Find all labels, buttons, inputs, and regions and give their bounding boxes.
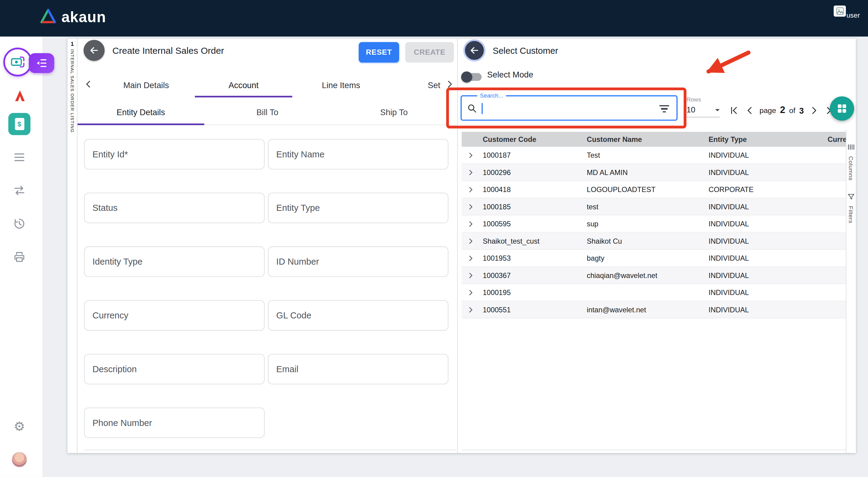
- cell-code: 1001953: [483, 254, 587, 262]
- input-id-number[interactable]: ID Number: [268, 246, 448, 277]
- customer-row-1000185[interactable]: 1000185testINDIVIDUAL: [462, 199, 846, 216]
- user-avatar[interactable]: [11, 452, 27, 467]
- tabs-scroll-left-icon[interactable]: [82, 78, 95, 91]
- money-transfer-icon[interactable]: [3, 48, 32, 77]
- brand-name: akaun: [61, 8, 106, 26]
- entity-details-form: Entity Id*Entity NameStatusEntity TypeId…: [84, 139, 448, 438]
- cell-code: 1000418: [483, 185, 587, 193]
- filters-tab[interactable]: Filters: [848, 206, 854, 223]
- user-image-alt-text[interactable]: user: [846, 11, 860, 20]
- tab-account[interactable]: Account: [195, 72, 292, 97]
- input-description[interactable]: Description: [84, 354, 265, 384]
- tab-settle[interactable]: Settle: [390, 72, 441, 97]
- subtab-bill-to[interactable]: Bill To: [204, 100, 331, 125]
- back-button[interactable]: [84, 40, 104, 61]
- text-cursor: [482, 103, 483, 114]
- search-filter-icon[interactable]: [659, 105, 670, 114]
- history-icon[interactable]: [13, 217, 26, 230]
- pagination: page 2 of 3: [727, 104, 836, 116]
- panel-divider: [457, 39, 458, 453]
- subtab-ship-to[interactable]: Ship To: [331, 100, 457, 125]
- reset-button[interactable]: RESET: [359, 42, 399, 63]
- prev-page-button[interactable]: [743, 104, 756, 116]
- collapse-menu-button[interactable]: [29, 53, 54, 73]
- customer-row-1000367[interactable]: 1000367chiaqian@wavelet.netINDIVIDUAL: [462, 267, 846, 285]
- cell-type: INDIVIDUAL: [709, 271, 828, 279]
- row-expand-icon[interactable]: [462, 255, 483, 262]
- columns-icon[interactable]: [848, 143, 855, 153]
- column-header-customer-name[interactable]: Customer Name: [587, 135, 709, 143]
- customer-row-1001953[interactable]: 1001953bagtyINDIVIDUAL: [462, 250, 846, 267]
- chevron-down-icon: [715, 109, 720, 113]
- input-entity-type[interactable]: Entity Type: [268, 192, 448, 223]
- of-word: of: [789, 106, 796, 114]
- grid-view-button[interactable]: [830, 96, 854, 121]
- tab-main-details[interactable]: Main Details: [97, 72, 195, 97]
- row-expand-icon[interactable]: [462, 186, 483, 193]
- search-input[interactable]: Search...: [460, 95, 677, 121]
- panel-title: Select Customer: [493, 46, 558, 56]
- cell-name: bagty: [587, 254, 709, 262]
- customer-row-1000296[interactable]: 1000296MD AL AMININDIVIDUAL: [462, 164, 846, 181]
- row-expand-icon[interactable]: [462, 220, 483, 228]
- transfer-arrows-icon[interactable]: [13, 184, 26, 197]
- cell-code: 1000195: [483, 288, 587, 297]
- billing-doc-icon[interactable]: $: [8, 113, 30, 135]
- dollar-doc-glyph: $: [14, 118, 24, 130]
- filters-icon[interactable]: [848, 193, 855, 203]
- table-body: 1000187TestINDIVIDUAL1000296MD AL AMININ…: [462, 147, 846, 319]
- select-mode-toggle[interactable]: [463, 73, 482, 81]
- input-gl-code[interactable]: GL Code: [268, 300, 448, 331]
- input-status[interactable]: Status: [84, 192, 265, 223]
- customer-row-1000187[interactable]: 1000187TestINDIVIDUAL: [462, 147, 846, 164]
- list-icon[interactable]: [13, 151, 26, 164]
- row-expand-icon[interactable]: [462, 152, 483, 159]
- broken-image-icon[interactable]: [834, 5, 846, 17]
- subtab-entity-details[interactable]: Entity Details: [78, 100, 204, 125]
- app-root: akaun user $ ⚙: [0, 0, 868, 477]
- rows-per-page-select[interactable]: Rows 10: [686, 96, 719, 117]
- row-expand-icon[interactable]: [462, 272, 483, 279]
- column-header-currency[interactable]: Currency: [828, 135, 846, 143]
- first-page-button[interactable]: [727, 104, 740, 116]
- input-email[interactable]: Email: [268, 354, 448, 384]
- next-page-button[interactable]: [808, 104, 820, 116]
- row-expand-icon[interactable]: [462, 289, 483, 296]
- cell-code: 1000185: [483, 202, 587, 211]
- column-header-customer-code[interactable]: Customer Code: [483, 135, 587, 143]
- create-button[interactable]: CREATE: [405, 42, 454, 63]
- tabs-scroll-right-icon[interactable]: [443, 78, 456, 91]
- brand-logo[interactable]: akaun: [40, 8, 106, 26]
- customer-row-shaikot-test-cust[interactable]: Shaikot_test_custShaikot CuINDIVIDUAL: [462, 233, 846, 250]
- input-entity-name[interactable]: Entity Name: [268, 139, 448, 169]
- tab-line-items[interactable]: Line Items: [292, 72, 390, 97]
- listing-rail[interactable]: 1 INTERNAL SALES ORDER LISTING: [67, 39, 78, 453]
- input-identity-type[interactable]: Identity Type: [84, 246, 265, 277]
- row-expand-icon[interactable]: [462, 169, 483, 176]
- cell-type: INDIVIDUAL: [709, 254, 828, 262]
- printer-icon[interactable]: [13, 250, 26, 264]
- customer-row-1000195[interactable]: 1000195INDIVIDUAL: [462, 284, 846, 301]
- customer-row-1000551[interactable]: 1000551intan@wavelet.netINDIVIDUAL: [462, 301, 846, 319]
- input-entity-id[interactable]: Entity Id*: [84, 139, 265, 169]
- column-header-entity-type[interactable]: Entity Type: [709, 135, 828, 143]
- toggle-knob: [461, 71, 472, 82]
- back-button[interactable]: [463, 39, 486, 61]
- columns-tab[interactable]: Columns: [848, 156, 854, 181]
- cell-name: LOGOUPLOADTEST: [587, 185, 709, 193]
- input-currency[interactable]: Currency: [84, 300, 265, 331]
- cell-name: Test: [587, 151, 709, 159]
- customer-row-1000595[interactable]: 1000595supINDIVIDUAL: [462, 215, 846, 233]
- top-bar: akaun user: [0, 0, 868, 36]
- cell-code: 1000595: [483, 220, 587, 228]
- customer-row-1000418[interactable]: 1000418LOGOUPLOADTESTCORPORATE: [462, 181, 846, 199]
- cell-type: INDIVIDUAL: [709, 220, 828, 228]
- search-icon: [467, 103, 477, 116]
- settings-gear-icon[interactable]: ⚙: [11, 419, 27, 434]
- row-expand-icon[interactable]: [462, 306, 483, 313]
- row-expand-icon[interactable]: [462, 237, 483, 245]
- row-expand-icon[interactable]: [462, 203, 483, 210]
- customer-table: Customer CodeCustomer NameEntity TypeCur…: [462, 132, 846, 319]
- input-phone-number[interactable]: Phone Number: [84, 408, 265, 438]
- acrobat-red-icon[interactable]: [12, 88, 28, 103]
